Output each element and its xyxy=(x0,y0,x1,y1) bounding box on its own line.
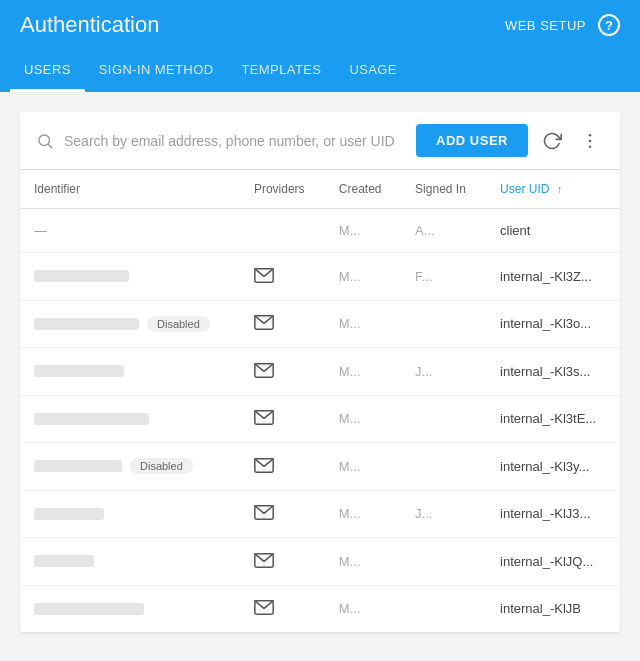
app-header: Authentication WEB SETUP ? xyxy=(0,0,640,50)
more-options-button[interactable] xyxy=(576,127,604,155)
cell-created: M... xyxy=(325,538,401,586)
cell-identifier xyxy=(20,395,240,443)
cell-identifier: Disabled xyxy=(20,443,240,491)
main-content: ADD USER Identifier Providers Created xyxy=(0,92,640,652)
cell-signed-in: J... xyxy=(401,490,486,538)
svg-point-2 xyxy=(589,133,592,136)
refresh-button[interactable] xyxy=(538,127,566,155)
email-provider-icon xyxy=(254,410,274,426)
toolbar: ADD USER xyxy=(20,112,620,170)
svg-point-3 xyxy=(589,139,592,142)
identifier-dash: — xyxy=(34,223,47,238)
email-provider-icon xyxy=(254,600,274,616)
help-icon[interactable]: ? xyxy=(598,14,620,36)
identifier-blurred xyxy=(34,555,94,567)
disabled-badge: Disabled xyxy=(147,316,210,332)
header-actions: WEB SETUP ? xyxy=(505,14,620,36)
identifier-blurred xyxy=(34,270,129,282)
cell-providers xyxy=(240,300,325,348)
cell-identifier xyxy=(20,253,240,301)
svg-line-1 xyxy=(48,144,51,147)
table-row[interactable]: M...J...internal_-KlJ3... xyxy=(20,490,620,538)
cell-user-uid: internal_-Kl3tE... xyxy=(486,395,620,443)
cell-providers xyxy=(240,585,325,632)
cell-signed-in xyxy=(401,395,486,443)
table-row[interactable]: —M...A...client xyxy=(20,209,620,253)
search-icon xyxy=(36,132,54,150)
col-signed-in: Signed In xyxy=(401,170,486,209)
cell-user-uid: client xyxy=(486,209,620,253)
cell-providers xyxy=(240,348,325,396)
cell-identifier xyxy=(20,490,240,538)
cell-providers xyxy=(240,395,325,443)
email-provider-icon xyxy=(254,362,274,378)
col-identifier: Identifier xyxy=(20,170,240,209)
cell-identifier xyxy=(20,348,240,396)
add-user-button[interactable]: ADD USER xyxy=(416,124,528,157)
cell-user-uid: internal_-Kl3Z... xyxy=(486,253,620,301)
table-row[interactable]: DisabledM...internal_-Kl3y... xyxy=(20,443,620,491)
identifier-blurred xyxy=(34,460,122,472)
identifier-blurred xyxy=(34,318,139,330)
cell-signed-in xyxy=(401,585,486,632)
cell-created: M... xyxy=(325,300,401,348)
cell-providers xyxy=(240,538,325,586)
tab-usage[interactable]: USAGE xyxy=(335,50,411,92)
identifier-blurred xyxy=(34,413,149,425)
table-row[interactable]: M...internal_-KlJB xyxy=(20,585,620,632)
email-provider-icon xyxy=(254,552,274,568)
col-providers: Providers xyxy=(240,170,325,209)
cell-providers xyxy=(240,490,325,538)
cell-signed-in xyxy=(401,300,486,348)
cell-identifier xyxy=(20,538,240,586)
sort-arrow-uid: ↑ xyxy=(557,183,563,195)
tab-templates[interactable]: TEMPLATES xyxy=(227,50,335,92)
cell-created: M... xyxy=(325,490,401,538)
cell-signed-in xyxy=(401,538,486,586)
cell-signed-in: A... xyxy=(401,209,486,253)
users-table-container: Identifier Providers Created Signed In U… xyxy=(20,170,620,632)
cell-providers xyxy=(240,209,325,253)
web-setup-link[interactable]: WEB SETUP xyxy=(505,18,586,33)
col-user-uid[interactable]: User UID ↑ xyxy=(486,170,620,209)
cell-created: M... xyxy=(325,209,401,253)
disabled-badge: Disabled xyxy=(130,458,193,474)
svg-point-0 xyxy=(39,135,50,146)
identifier-blurred xyxy=(34,365,124,377)
cell-created: M... xyxy=(325,253,401,301)
table-row[interactable]: DisabledM...internal_-Kl3o... xyxy=(20,300,620,348)
users-table: Identifier Providers Created Signed In U… xyxy=(20,170,620,632)
cell-created: M... xyxy=(325,585,401,632)
table-row[interactable]: M...internal_-Kl3tE... xyxy=(20,395,620,443)
cell-user-uid: internal_-KlJ3... xyxy=(486,490,620,538)
cell-providers xyxy=(240,443,325,491)
cell-user-uid: internal_-KlJB xyxy=(486,585,620,632)
cell-signed-in: F... xyxy=(401,253,486,301)
identifier-blurred xyxy=(34,603,144,615)
cell-signed-in xyxy=(401,443,486,491)
cell-created: M... xyxy=(325,395,401,443)
identifier-blurred xyxy=(34,508,104,520)
col-created: Created xyxy=(325,170,401,209)
tab-users[interactable]: USERS xyxy=(10,50,85,92)
table-row[interactable]: M...F...internal_-Kl3Z... xyxy=(20,253,620,301)
cell-created: M... xyxy=(325,443,401,491)
cell-providers xyxy=(240,253,325,301)
cell-user-uid: internal_-KlJQ... xyxy=(486,538,620,586)
tab-sign-in-method[interactable]: SIGN-IN METHOD xyxy=(85,50,228,92)
cell-identifier: — xyxy=(20,209,240,253)
cell-created: M... xyxy=(325,348,401,396)
cell-signed-in: J... xyxy=(401,348,486,396)
nav-tabs: USERS SIGN-IN METHOD TEMPLATES USAGE xyxy=(0,50,640,92)
cell-user-uid: internal_-Kl3o... xyxy=(486,300,620,348)
table-row[interactable]: M...J...internal_-Kl3s... xyxy=(20,348,620,396)
cell-identifier xyxy=(20,585,240,632)
table-row[interactable]: M...internal_-KlJQ... xyxy=(20,538,620,586)
search-input[interactable] xyxy=(64,133,406,149)
svg-point-4 xyxy=(589,145,592,148)
table-header-row: Identifier Providers Created Signed In U… xyxy=(20,170,620,209)
email-provider-icon xyxy=(254,457,274,473)
app-title: Authentication xyxy=(20,12,159,38)
cell-identifier: Disabled xyxy=(20,300,240,348)
cell-user-uid: internal_-Kl3s... xyxy=(486,348,620,396)
